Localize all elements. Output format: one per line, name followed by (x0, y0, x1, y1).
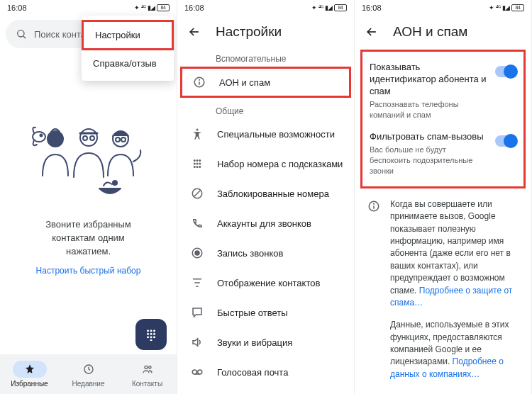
block-icon (191, 187, 204, 200)
info-icon (367, 200, 380, 213)
item-assisted-dialing[interactable]: Набор номера с подсказками (177, 149, 354, 179)
svg-line-1 (23, 36, 26, 38)
section-auxiliary: Вспомогательные (177, 45, 354, 67)
back-icon[interactable] (365, 25, 379, 39)
svg-point-33 (196, 163, 198, 164)
svg-point-15 (147, 333, 149, 335)
status-time: 16:08 (184, 4, 204, 12)
people-icon (141, 364, 154, 375)
item-blocked-numbers[interactable]: Заблокированные номера (177, 179, 354, 208)
overflow-menu: Настройки Справка/отзыв (82, 16, 174, 81)
favorites-illustration (0, 105, 177, 204)
svg-point-4 (40, 135, 42, 137)
svg-point-11 (113, 181, 117, 185)
voicemail-icon (191, 366, 204, 378)
tab-favorites[interactable]: Избранные (0, 354, 59, 394)
svg-point-27 (199, 79, 200, 80)
status-bar: 16:08 ✦ ⁴ᴳ ▮◢ 84 (0, 0, 177, 16)
svg-point-13 (150, 330, 153, 332)
svg-point-17 (153, 333, 155, 335)
section-general: Общие (177, 98, 354, 119)
app-bar: АОН и спам (355, 16, 531, 45)
page-title: АОН и спам (393, 24, 467, 40)
svg-point-36 (196, 167, 198, 168)
back-icon[interactable] (187, 25, 201, 39)
tab-contacts[interactable]: Контакты (118, 354, 177, 394)
svg-point-49 (374, 203, 375, 204)
item-accessibility[interactable]: Специальные возможности (177, 119, 354, 149)
svg-point-24 (148, 366, 150, 368)
svg-point-12 (147, 330, 149, 332)
switch-on-icon[interactable] (495, 66, 516, 77)
svg-point-34 (199, 163, 201, 164)
dialpad-icon (145, 328, 157, 341)
clock-icon (83, 364, 94, 375)
status-bar: 16:08 ✦ ⁴ᴳ ▮◢ 84 (177, 0, 354, 16)
bottom-nav: Избранные Недавние Контакты (0, 354, 177, 394)
dialpad-button[interactable] (135, 319, 167, 350)
app-bar: Настройки (177, 16, 354, 45)
menu-item-help[interactable]: Справка/отзыв (82, 50, 174, 77)
volume-icon (191, 336, 204, 349)
item-voicemail[interactable]: Голосовая почта (177, 357, 354, 387)
svg-point-2 (48, 131, 63, 147)
svg-point-20 (153, 336, 155, 338)
highlighted-toggles: Показывать идентификатор абонента и спам… (360, 50, 526, 188)
svg-point-41 (195, 251, 199, 255)
svg-point-42 (192, 370, 196, 374)
item-sounds-vibration[interactable]: Звуки и вибрация (177, 327, 354, 357)
svg-point-43 (198, 370, 202, 374)
item-display-options[interactable]: Отображение контактов (177, 268, 354, 298)
record-icon (191, 247, 204, 259)
svg-point-14 (153, 330, 155, 332)
svg-point-35 (194, 167, 196, 168)
toggle-show-caller-id-spam[interactable]: Показывать идентификатор абонента и спам… (367, 56, 519, 125)
page-title: Настройки (216, 24, 282, 40)
chat-icon (191, 306, 204, 319)
status-icons: ✦ ⁴ᴳ ▮◢ 84 (311, 4, 347, 11)
info-icon (193, 76, 206, 89)
item-contact-ringtones[interactable]: Рингтоны для контактов (177, 387, 354, 394)
item-quick-responses[interactable]: Быстрые ответы (177, 298, 354, 327)
dialpad-small-icon (191, 157, 204, 170)
status-icons: ✦ ⁴ᴳ ▮◢ 84 (489, 4, 524, 11)
svg-point-18 (147, 336, 149, 338)
svg-point-19 (150, 336, 153, 338)
svg-point-21 (150, 339, 153, 341)
svg-point-29 (194, 160, 196, 162)
setup-speed-dial-link[interactable]: Настроить быстрый набор (36, 266, 141, 276)
item-caller-id-spam[interactable]: АОН и спам (180, 67, 351, 98)
toggle-filter-spam-calls[interactable]: Фильтровать спам-вызовы Вас больше не бу… (367, 125, 519, 181)
svg-point-16 (150, 333, 153, 335)
svg-point-32 (194, 163, 196, 164)
svg-point-30 (196, 160, 198, 162)
accessibility-icon (191, 128, 204, 140)
panel-caller-id-spam: 16:08 ✦ ⁴ᴳ ▮◢ 84 АОН и спам Показывать и… (355, 0, 532, 394)
svg-point-37 (199, 167, 201, 168)
svg-line-39 (194, 191, 201, 197)
search-icon (16, 28, 27, 40)
info-block: Когда вы совершаете или принимаете вызов… (355, 188, 531, 381)
tab-recent[interactable]: Недавние (59, 354, 118, 394)
filter-icon (191, 276, 204, 289)
status-icons: ✦ ⁴ᴳ ▮◢ 84 (134, 4, 170, 11)
status-time: 16:08 (7, 4, 27, 12)
switch-on-icon[interactable] (495, 135, 516, 147)
panel-contacts-app: 16:08 ✦ ⁴ᴳ ▮◢ 84 Поиск контакто Настройк… (0, 0, 177, 394)
favorites-promo: Звоните избранным контактам одним нажати… (0, 218, 177, 276)
panel-settings: 16:08 ✦ ⁴ᴳ ▮◢ 84 Настройки Вспомогательн… (177, 0, 355, 394)
status-time: 16:08 (362, 4, 382, 12)
phone-settings-icon (191, 217, 204, 230)
svg-point-31 (199, 160, 201, 162)
item-calling-accounts[interactable]: Аккаунты для звонков (177, 208, 354, 238)
menu-item-settings[interactable]: Настройки (82, 20, 174, 50)
svg-point-28 (196, 129, 199, 131)
svg-point-23 (145, 366, 148, 368)
svg-point-0 (18, 30, 24, 37)
status-bar: 16:08 ✦ ⁴ᴳ ▮◢ 84 (355, 0, 531, 16)
star-icon (24, 364, 35, 375)
item-call-recording[interactable]: Запись звонков (177, 238, 354, 268)
